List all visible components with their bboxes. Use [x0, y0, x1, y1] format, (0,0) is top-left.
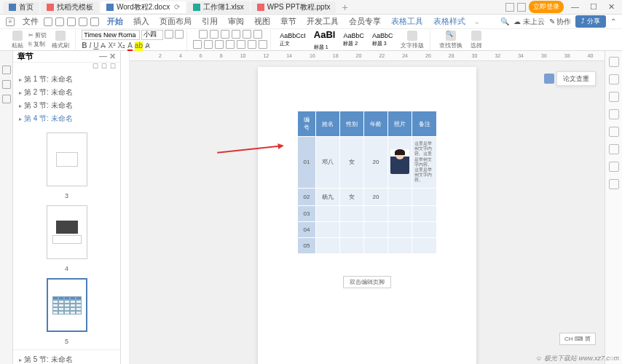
- align-left-icon[interactable]: [193, 40, 202, 49]
- font-name-select[interactable]: [82, 30, 140, 40]
- tab-ppt[interactable]: WPS PPT教程.pptx: [251, 1, 336, 13]
- sub-button[interactable]: X₂: [117, 41, 125, 51]
- page[interactable]: 编号 姓名 性别 年龄 照片 备注 01邓八女20这里是举例文字内容。这里是举例…: [258, 67, 476, 364]
- font-color-button[interactable]: A: [127, 41, 133, 51]
- align-center-icon[interactable]: [204, 40, 213, 49]
- italic-button[interactable]: I: [89, 41, 91, 51]
- grow-font-icon[interactable]: [165, 30, 173, 39]
- menu-file[interactable]: 文件: [17, 16, 44, 27]
- rp-icon[interactable]: [609, 144, 619, 154]
- underline-button[interactable]: U: [93, 41, 98, 51]
- hamburger-icon[interactable]: ≡: [6, 17, 15, 26]
- paste-button[interactable]: 粘贴: [9, 31, 26, 50]
- add-tab-button[interactable]: +: [337, 1, 352, 13]
- text-layout-button[interactable]: 文字排版: [398, 31, 427, 50]
- menu-review[interactable]: 审阅: [223, 16, 249, 27]
- th-sex[interactable]: 性别: [340, 111, 364, 137]
- menu-start[interactable]: 开始: [102, 16, 128, 27]
- menu-vip[interactable]: 会员专享: [344, 16, 386, 27]
- chevron-down-icon[interactable]: ⌄: [473, 17, 480, 26]
- search-icon[interactable]: 🔍: [500, 17, 509, 25]
- rp-icon[interactable]: [609, 57, 619, 67]
- multilevel-icon[interactable]: [221, 30, 229, 39]
- align-right-icon[interactable]: [215, 40, 224, 49]
- bold-button[interactable]: B: [82, 41, 87, 51]
- th-note[interactable]: 备注: [412, 111, 437, 137]
- paper-check-panel[interactable]: 论文查重: [556, 71, 596, 86]
- th-photo[interactable]: 照片: [388, 111, 412, 137]
- sort-icon[interactable]: [253, 30, 262, 39]
- menu-dev[interactable]: 开发工具: [302, 16, 344, 27]
- tab-template[interactable]: 找稻壳模板: [41, 1, 99, 13]
- thumb-page-4[interactable]: [47, 205, 87, 259]
- bookmark-icon[interactable]: [2, 80, 11, 89]
- qat-undo-icon[interactable]: [79, 17, 87, 26]
- outline-item-4[interactable]: 第 4 节: 未命名: [16, 112, 117, 125]
- tool-icon[interactable]: ☐: [92, 63, 98, 70]
- qat-save-icon[interactable]: [44, 17, 52, 26]
- cut-button[interactable]: ✂ 剪切: [28, 31, 47, 39]
- numbering-icon[interactable]: [210, 30, 219, 39]
- menu-view[interactable]: 视图: [249, 16, 275, 27]
- outline-icon[interactable]: [2, 66, 11, 74]
- menu-section[interactable]: 章节: [275, 16, 302, 27]
- ime-badge[interactable]: CH ⌨ 简: [559, 333, 596, 345]
- indent-dec-icon[interactable]: [232, 30, 240, 39]
- justify-icon[interactable]: [226, 40, 235, 49]
- border-icon[interactable]: [259, 40, 267, 49]
- outline-item-2[interactable]: 第 2 节: 未命名: [16, 86, 117, 99]
- highlight-button[interactable]: ab: [135, 41, 143, 51]
- ribbon-collapse-icon[interactable]: ⌃: [610, 17, 616, 25]
- find-replace-button[interactable]: 🔍查找替换: [436, 31, 465, 50]
- rp-icon[interactable]: [609, 109, 619, 119]
- menu-table-tools[interactable]: 表格工具: [386, 16, 428, 27]
- document-table[interactable]: 编号 姓名 性别 年龄 照片 备注 01邓八女20这里是举例文字内容。这里是举例…: [297, 111, 437, 254]
- shrink-font-icon[interactable]: [175, 30, 184, 39]
- qat-redo-icon[interactable]: [90, 17, 99, 26]
- select-button[interactable]: 选择: [468, 31, 485, 50]
- th-id[interactable]: 编号: [298, 111, 316, 137]
- outline-item-1[interactable]: 第 1 节: 未命名: [16, 73, 117, 86]
- qat-preview-icon[interactable]: [67, 17, 76, 26]
- super-button[interactable]: X²: [108, 41, 115, 51]
- copy-button[interactable]: ⎘ 复制: [28, 40, 47, 48]
- rp-icon[interactable]: [609, 179, 619, 189]
- qat-print-icon[interactable]: [55, 17, 64, 26]
- th-name[interactable]: 姓名: [316, 111, 340, 137]
- tool-icon[interactable]: ☐: [101, 63, 107, 70]
- edit-footer-button[interactable]: 双击编辑页脚: [343, 276, 391, 288]
- collab-button[interactable]: ✎ 协作: [549, 17, 572, 27]
- tool-icon[interactable]: ☐: [110, 63, 116, 70]
- tab-excel[interactable]: 工作簿1.xlsx: [187, 1, 250, 13]
- minimize-button[interactable]: —: [567, 2, 583, 11]
- close-icon[interactable]: ⟳: [174, 3, 180, 11]
- outline-close-icon[interactable]: — ✕: [99, 52, 116, 61]
- shading-icon[interactable]: [248, 40, 256, 49]
- rp-icon[interactable]: [609, 74, 619, 84]
- share-button[interactable]: ⤴ 分享: [575, 15, 606, 28]
- th-age[interactable]: 年龄: [364, 111, 388, 137]
- maximize-button[interactable]: ☐: [586, 2, 602, 11]
- strike-button[interactable]: A̶: [101, 41, 106, 51]
- tab-word-doc[interactable]: Word教程2.docx⟳: [101, 1, 186, 13]
- menu-layout[interactable]: 页面布局: [154, 16, 197, 27]
- spacing-icon[interactable]: [237, 40, 245, 49]
- close-button[interactable]: ✕: [604, 2, 619, 11]
- menu-insert[interactable]: 插入: [128, 16, 154, 27]
- style-h1[interactable]: AaBl标题 1: [311, 28, 339, 52]
- outline-item-5[interactable]: 第 5 节: 未命名: [16, 353, 117, 364]
- rp-icon[interactable]: [609, 92, 619, 102]
- menu-ref[interactable]: 引用: [197, 16, 223, 27]
- tab-home[interactable]: 首页: [3, 1, 39, 13]
- style-h2[interactable]: AaBbC标题 2: [340, 31, 367, 48]
- search-rail-icon[interactable]: [2, 95, 11, 103]
- font-size-select[interactable]: [141, 30, 163, 40]
- bullets-icon[interactable]: [199, 30, 208, 39]
- style-h3[interactable]: AaBbC标题 3: [369, 31, 396, 48]
- rp-icon[interactable]: [609, 127, 619, 137]
- indent-inc-icon[interactable]: [243, 30, 251, 39]
- format-painter-button[interactable]: 格式刷: [49, 31, 72, 50]
- style-normal[interactable]: AaBbCcI正文: [277, 31, 309, 48]
- cloud-status[interactable]: ☁ 未上云: [513, 17, 545, 27]
- outline-item-3[interactable]: 第 3 节: 未命名: [16, 99, 117, 112]
